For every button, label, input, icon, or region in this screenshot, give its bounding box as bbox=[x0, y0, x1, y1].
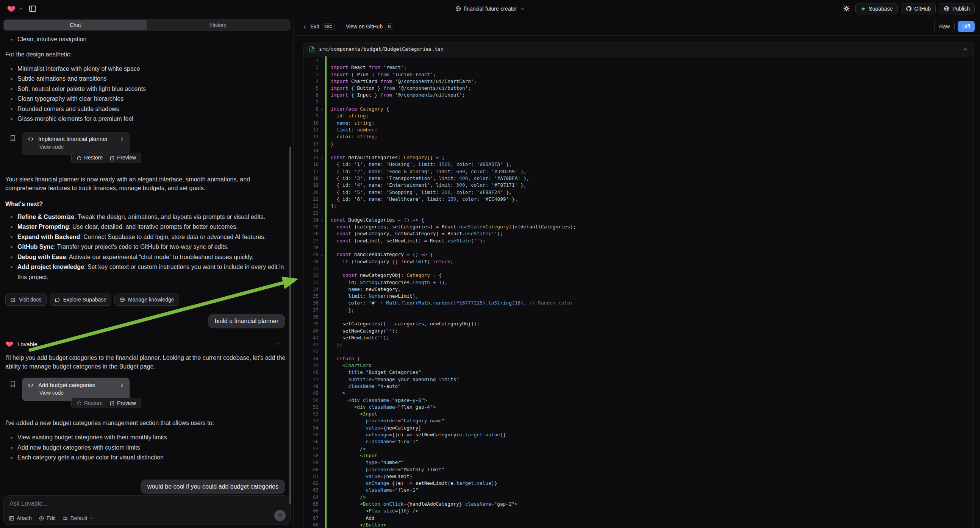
version-card-implement-planner[interactable]: Implement financial planner View code bbox=[22, 132, 130, 155]
chat-scroll-area[interactable]: Clean, intuitive navigation For the desi… bbox=[0, 31, 294, 505]
view-code-link[interactable]: View code bbox=[40, 144, 125, 150]
restore-button[interactable]: Restore bbox=[73, 400, 106, 406]
fold-toggle-icon[interactable]: ⌄ bbox=[318, 154, 325, 161]
fold-toggle-icon[interactable]: ⌄ bbox=[318, 251, 325, 258]
line-number: 29 bbox=[304, 251, 318, 258]
restore-button[interactable]: Restore bbox=[73, 154, 106, 161]
code-line: 64 /> bbox=[304, 494, 974, 501]
message-menu-button[interactable]: ⋯ bbox=[275, 340, 287, 348]
top-bullets-list: Clean, intuitive navigation bbox=[5, 35, 287, 45]
fold-toggle-icon[interactable]: ⌄ bbox=[318, 106, 325, 113]
code-text: const handleAddCategory = () => { bbox=[325, 251, 974, 258]
fold-gutter bbox=[318, 425, 325, 431]
line-number: 13 bbox=[304, 140, 318, 147]
chevron-down-icon[interactable] bbox=[19, 5, 24, 12]
code-line: 40 setNewCategory(''); bbox=[304, 328, 974, 334]
code-line: 30 if (!newCategory || !newLimit) return… bbox=[304, 258, 974, 265]
visit-docs-button[interactable]: Visit docs bbox=[5, 294, 46, 306]
line-number: 38 bbox=[304, 313, 318, 320]
code-editor[interactable]: 12import React from 'react';3import { Pl… bbox=[304, 56, 974, 528]
line-number: 10 bbox=[304, 120, 318, 127]
supabase-button[interactable]: Supabase bbox=[855, 3, 897, 14]
publish-button[interactable]: Publish bbox=[939, 3, 975, 14]
fold-gutter bbox=[318, 410, 325, 417]
file-header[interactable]: src/components/budget/BudgetCategories.t… bbox=[304, 42, 974, 56]
fold-gutter bbox=[318, 147, 325, 154]
fold-toggle-icon[interactable]: ⌄ bbox=[318, 217, 325, 223]
target-icon bbox=[39, 515, 45, 521]
top-bar: financial-future-creator Supabase GitHub… bbox=[0, 0, 980, 17]
exit-button[interactable]: Exit ESC bbox=[294, 24, 334, 30]
line-number: 11 bbox=[304, 127, 318, 133]
code-text: <Input bbox=[325, 410, 974, 417]
explore-supabase-button[interactable]: Explore Supabase bbox=[49, 294, 111, 306]
view-code-link[interactable]: View code bbox=[40, 390, 125, 396]
code-text: className="flex-1" bbox=[325, 438, 974, 445]
supabase-icon bbox=[860, 5, 866, 12]
code-line: 39 setCategories([...categories, newCate… bbox=[304, 320, 974, 327]
assistant-name: Lovable bbox=[18, 341, 272, 347]
chat-panel: Chat History Clean, intuitive navigation… bbox=[0, 18, 294, 528]
code-text: return ( bbox=[325, 355, 974, 362]
fold-gutter bbox=[318, 175, 325, 182]
bookmark-icon[interactable] bbox=[9, 134, 17, 142]
code-text: subtitle="Manage your spending limits" bbox=[325, 376, 974, 383]
chevron-up-icon[interactable] bbox=[962, 46, 968, 52]
diff-button[interactable]: Diff bbox=[958, 21, 975, 32]
code-line: 67 Add bbox=[304, 515, 974, 522]
sidebar-toggle-button[interactable] bbox=[27, 3, 39, 14]
code-line: 57 /> bbox=[304, 445, 974, 452]
code-line: 36 color: '#' + Math.floor(Math.random()… bbox=[304, 300, 974, 307]
lovable-logo-icon[interactable] bbox=[7, 4, 16, 13]
line-number: 56 bbox=[304, 438, 318, 445]
code-text: { id: '6', name: 'Healthcare', limit: 15… bbox=[325, 196, 974, 203]
fold-gutter bbox=[318, 487, 325, 493]
list-item: Add project knowledge: Set key context o… bbox=[5, 262, 287, 282]
tab-chat[interactable]: Chat bbox=[4, 20, 147, 30]
code-line: 2import React from 'react'; bbox=[304, 64, 974, 71]
code-line: 60 placeholder="Monthly limit" bbox=[304, 466, 974, 473]
manage-knowledge-button[interactable]: Manage knowledge bbox=[115, 294, 179, 306]
settings-button[interactable] bbox=[840, 3, 852, 14]
file-path: src/components/budget/BudgetCategories.t… bbox=[319, 46, 958, 52]
code-panel-header: Exit ESC View on GitHub G Raw Diff bbox=[294, 18, 980, 36]
code-icon bbox=[27, 382, 35, 388]
attach-button[interactable]: Attach bbox=[9, 515, 32, 521]
code-text: import ChartCard from '@/components/ui/C… bbox=[325, 78, 974, 85]
fold-gutter bbox=[318, 133, 325, 140]
preview-button[interactable]: Preview bbox=[106, 154, 139, 161]
fold-gutter bbox=[318, 466, 325, 473]
code-line: 59 type="number" bbox=[304, 459, 974, 466]
chat-history-tabs: Chat History bbox=[3, 19, 291, 31]
preview-button[interactable]: Preview bbox=[106, 400, 139, 406]
list-item: GitHub Sync: Transfer your project's cod… bbox=[5, 242, 287, 252]
fold-gutter bbox=[318, 417, 325, 424]
project-switcher[interactable]: financial-future-creator bbox=[455, 5, 525, 12]
send-button[interactable] bbox=[274, 510, 286, 521]
model-selector[interactable]: Default bbox=[62, 515, 94, 521]
bookmark-icon[interactable] bbox=[9, 380, 17, 388]
chat-input[interactable] bbox=[10, 500, 284, 507]
chat-scrollbar[interactable] bbox=[290, 146, 291, 504]
fold-gutter bbox=[318, 203, 325, 210]
added-bullets-list: View existing budget categories with the… bbox=[5, 433, 287, 463]
code-text: limit: number; bbox=[325, 127, 974, 133]
code-line: 50 <div className="space-y-6"> bbox=[304, 397, 974, 404]
file-diff-card: src/components/budget/BudgetCategories.t… bbox=[303, 42, 974, 528]
fold-toggle-icon[interactable]: ⌄ bbox=[318, 272, 325, 279]
line-number: 33 bbox=[304, 279, 318, 286]
publish-label: Publish bbox=[952, 6, 970, 12]
app-window: financial-future-creator Supabase GitHub… bbox=[0, 0, 980, 528]
raw-button[interactable]: Raw bbox=[934, 21, 955, 32]
github-button[interactable]: GitHub bbox=[901, 3, 936, 14]
fold-gutter bbox=[318, 376, 325, 383]
tab-history[interactable]: History bbox=[147, 20, 290, 30]
whats-next-heading: What's next? bbox=[5, 201, 287, 208]
code-line: 62 onChange={(e) => setNewLimit(e.target… bbox=[304, 480, 974, 487]
edit-button[interactable]: Edit bbox=[39, 515, 56, 521]
chevron-down-icon bbox=[520, 5, 525, 12]
view-on-github-button[interactable]: View on GitHub G bbox=[346, 24, 393, 30]
line-number: 12 bbox=[304, 133, 318, 140]
fold-gutter bbox=[318, 223, 325, 230]
line-number: 63 bbox=[304, 487, 318, 493]
